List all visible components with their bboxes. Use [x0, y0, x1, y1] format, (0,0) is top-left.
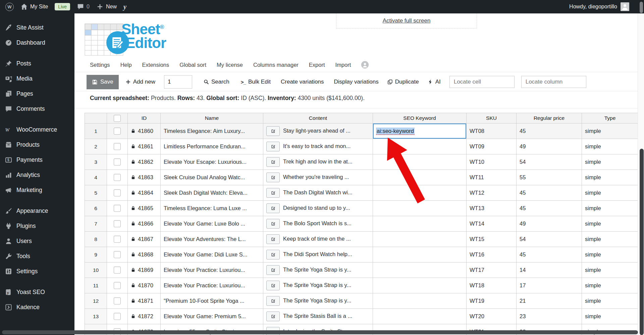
edit-content-button[interactable] [266, 312, 280, 321]
seo-keyword-cell[interactable] [373, 139, 467, 154]
sidebar-item-pages[interactable]: Pages [0, 86, 74, 101]
sidebar-item-kadence[interactable]: Kadence [0, 300, 74, 315]
row-number[interactable]: 1 [85, 124, 107, 139]
sidebar-item-site-assist[interactable]: Site Assist [0, 20, 74, 35]
row-checkbox[interactable] [114, 236, 121, 243]
name-cell[interactable]: Elevate Your Adventures: The L... [161, 232, 263, 247]
id-cell[interactable]: 41862 [128, 154, 161, 170]
save-button[interactable]: Save [87, 75, 119, 89]
content-cell[interactable]: Stay light-years ahead of ... [263, 124, 373, 139]
sidebar-item-media[interactable]: Media [0, 71, 74, 86]
menu-avatar-icon[interactable] [361, 61, 369, 68]
type-cell[interactable]: simple [582, 309, 638, 324]
edit-content-button[interactable] [266, 126, 280, 136]
content-cell[interactable]: The Bolo Sport Watch is s... [263, 216, 373, 232]
row-checkbox[interactable] [114, 313, 121, 320]
id-cell[interactable]: 41861 [128, 139, 161, 154]
row-checkbox[interactable] [114, 158, 121, 165]
column-header-type[interactable]: Type [582, 113, 638, 124]
type-cell[interactable]: simple [582, 139, 638, 154]
type-cell[interactable]: simple [582, 278, 638, 293]
row-checkbox[interactable] [114, 297, 121, 304]
menu-settings[interactable]: Settings [90, 62, 110, 68]
id-cell[interactable]: 41869 [128, 262, 161, 278]
live-badge[interactable]: Live [55, 3, 70, 10]
search-button[interactable]: Search [204, 79, 229, 85]
row-number[interactable]: 5 [85, 185, 107, 201]
name-cell[interactable]: Elevate Your Practice: Luxuriou... [161, 262, 263, 278]
edit-content-button[interactable] [266, 142, 280, 151]
sidebar-item-payments[interactable]: $Payments [0, 152, 74, 168]
howdy-text[interactable]: Howdy, diegoportillo [569, 4, 617, 10]
content-cell[interactable]: Keep track of time on the ... [263, 232, 373, 247]
sku-cell[interactable]: WT18 [467, 278, 517, 293]
bulk-edit-button[interactable]: >_ Bulk Edit [241, 79, 271, 85]
row-checkbox[interactable] [114, 282, 121, 289]
price-cell[interactable]: 54 [517, 154, 582, 170]
sku-cell[interactable]: WT15 [467, 232, 517, 247]
row-number[interactable]: 3 [85, 154, 107, 170]
yoast-adminbar-menu[interactable]: y [123, 3, 126, 11]
type-cell[interactable]: simple [582, 170, 638, 185]
price-cell[interactable]: 23 [517, 309, 582, 324]
sku-cell[interactable]: WT20 [467, 309, 517, 324]
sidebar-item-woocommerce[interactable]: WWooCommerce [0, 122, 74, 137]
type-cell[interactable]: simple [582, 185, 638, 201]
sidebar-item-analytics[interactable]: Analytics [0, 168, 74, 183]
edit-content-button[interactable] [266, 265, 280, 275]
column-header-sku[interactable]: SKU [467, 113, 517, 124]
sidebar-item-users[interactable]: Users [0, 234, 74, 249]
price-cell[interactable]: 14 [517, 262, 582, 278]
edit-content-button[interactable] [266, 203, 280, 213]
menu-help[interactable]: Help [120, 62, 132, 68]
id-cell[interactable]: 41871 [128, 293, 161, 309]
row-number[interactable]: 13 [85, 309, 107, 324]
name-cell[interactable]: "Premium 10-Foot Sprite Yoga ... [161, 293, 263, 309]
name-cell[interactable]: Elevate Your Game: Luxe Bolo ... [161, 216, 263, 232]
sku-cell[interactable]: WT11 [467, 170, 517, 185]
row-number[interactable]: 6 [85, 201, 107, 216]
seo-keyword-cell[interactable] [373, 278, 467, 293]
seo-keyword-cell[interactable] [373, 232, 467, 247]
row-checkbox[interactable] [114, 220, 121, 227]
id-cell[interactable]: 41864 [128, 185, 161, 201]
edit-content-button[interactable] [266, 296, 280, 306]
sku-cell[interactable]: WT17 [467, 262, 517, 278]
edit-content-button[interactable] [266, 281, 280, 290]
type-cell[interactable]: simple [582, 247, 638, 262]
price-cell[interactable]: 54 [517, 232, 582, 247]
sidebar-item-posts[interactable]: Posts [0, 56, 74, 71]
edit-content-button[interactable] [266, 157, 280, 167]
add-count-input[interactable] [164, 75, 192, 89]
sidebar-item-marketing[interactable]: Marketing [0, 183, 74, 198]
row-number[interactable]: 9 [85, 247, 107, 262]
row-checkbox[interactable] [114, 128, 121, 135]
activate-fullscreen-link[interactable]: Activate full screen [383, 17, 431, 24]
column-header-id[interactable]: ID [128, 113, 161, 124]
menu-global-sort[interactable]: Global sort [179, 62, 206, 68]
row-checkbox[interactable] [114, 267, 121, 274]
seo-keyword-cell[interactable] [373, 247, 467, 262]
edit-content-button[interactable] [266, 188, 280, 198]
seo-keyword-cell[interactable] [373, 309, 467, 324]
column-header-name[interactable]: Name [161, 113, 263, 124]
name-cell[interactable]: Sleek Cruise Dual Analog Watc... [161, 170, 263, 185]
id-cell[interactable]: 41865 [128, 201, 161, 216]
id-cell[interactable]: 41867 [128, 232, 161, 247]
sku-cell[interactable]: WT10 [467, 154, 517, 170]
add-new-button[interactable]: Add new [125, 79, 155, 85]
horizontal-scrollbar-thumb[interactable] [2, 330, 638, 334]
content-cell[interactable]: It's easy to track and mon... [263, 139, 373, 154]
id-cell[interactable]: 41872 [128, 309, 161, 324]
name-cell[interactable]: Sleek Dash Digital Watch: Eleva... [161, 185, 263, 201]
sidebar-item-products[interactable]: Products [0, 137, 74, 152]
seo-keyword-cell[interactable] [373, 293, 467, 309]
comments-shortcut[interactable]: 0 [77, 3, 90, 10]
row-checkbox[interactable] [114, 251, 121, 258]
name-cell[interactable]: Elevate Your Game: Didi Luxe S... [161, 247, 263, 262]
sku-cell[interactable]: WT16 [467, 247, 517, 262]
price-cell[interactable]: 45 [517, 247, 582, 262]
content-cell[interactable]: The Sprite Stasis Ball is a ... [263, 309, 373, 324]
name-cell[interactable]: Limitless Performance Enduran... [161, 139, 263, 154]
user-avatar[interactable] [621, 2, 629, 11]
